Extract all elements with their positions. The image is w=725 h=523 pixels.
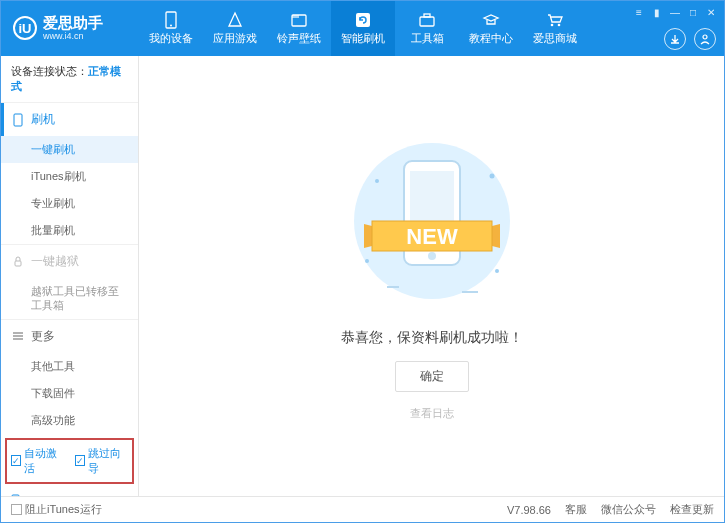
nav-label: 工具箱	[411, 31, 444, 46]
auto-activate-checkbox[interactable]: ✓ 自动激活	[11, 446, 65, 476]
sidebar-item-download[interactable]: 下载固件	[1, 380, 138, 407]
ok-button[interactable]: 确定	[395, 361, 469, 392]
footer-left: 阻止iTunes运行	[11, 502, 102, 517]
nav-label: 我的设备	[149, 31, 193, 46]
content-body: 设备连接状态：正常模式 刷机 一键刷机 iTunes刷机 专业刷机 批量刷机 一…	[1, 56, 724, 496]
device-info: iPhone 12 mini 64GB Down-12mini-13,1	[1, 488, 138, 496]
wechat-link[interactable]: 微信公众号	[601, 502, 656, 517]
app-window: iU 爱思助手 www.i4.cn 我的设备 应用游戏 铃声壁纸 智能刷机	[0, 0, 725, 523]
sidebar-flash-head[interactable]: 刷机	[1, 103, 138, 136]
close-icon[interactable]: ✕	[704, 5, 718, 19]
header-actions	[664, 28, 716, 50]
connection-status: 设备连接状态：正常模式	[1, 56, 138, 103]
nav-toolbox[interactable]: 工具箱	[395, 1, 459, 56]
nav-label: 教程中心	[469, 31, 513, 46]
section-title: 一键越狱	[31, 253, 79, 270]
check-update-link[interactable]: 检查更新	[670, 502, 714, 517]
lock-icon	[11, 256, 25, 268]
nav-label: 爱思商城	[533, 31, 577, 46]
nav-label: 应用游戏	[213, 31, 257, 46]
menu-icon[interactable]: ≡	[632, 5, 646, 19]
checkbox-checked-icon: ✓	[75, 455, 85, 466]
window-controls: ≡ ▮ — □ ✕	[632, 5, 718, 19]
more-icon	[11, 331, 25, 341]
svg-rect-26	[387, 286, 399, 288]
footer-right: V7.98.66 客服 微信公众号 检查更新	[507, 502, 714, 517]
svg-point-24	[365, 259, 369, 263]
view-log-link[interactable]: 查看日志	[410, 406, 454, 421]
sidebar-item-other[interactable]: 其他工具	[1, 353, 138, 380]
success-message: 恭喜您，保资料刷机成功啦！	[341, 329, 523, 347]
status-label: 设备连接状态：	[11, 65, 88, 77]
section-title: 刷机	[31, 111, 55, 128]
refresh-icon	[353, 11, 373, 29]
nav-tabs: 我的设备 应用游戏 铃声壁纸 智能刷机 工具箱 教程中心	[139, 1, 587, 56]
svg-point-1	[170, 25, 172, 27]
main-content: NEW 恭喜您，保资料刷机成功啦！ 确定 查看日志	[139, 56, 724, 496]
graduation-icon	[481, 11, 501, 29]
block-itunes-checkbox[interactable]: 阻止iTunes运行	[11, 502, 102, 517]
nav-label: 智能刷机	[341, 31, 385, 46]
footer: 阻止iTunes运行 V7.98.66 客服 微信公众号 检查更新	[1, 496, 724, 522]
svg-point-19	[428, 252, 436, 260]
toolbox-icon	[417, 11, 437, 29]
header: iU 爱思助手 www.i4.cn 我的设备 应用游戏 铃声壁纸 智能刷机	[1, 1, 724, 56]
checkbox-checked-icon: ✓	[11, 455, 21, 466]
logo-icon: iU	[13, 16, 37, 40]
nav-label: 铃声壁纸	[277, 31, 321, 46]
svg-rect-6	[424, 14, 430, 17]
sidebar-item-itunes[interactable]: iTunes刷机	[1, 163, 138, 190]
svg-rect-10	[14, 114, 22, 126]
sidebar-more-head[interactable]: 更多	[1, 320, 138, 353]
sidebar-jailbreak-section: 一键越狱 越狱工具已转移至工具箱	[1, 245, 138, 320]
section-title: 更多	[31, 328, 55, 345]
svg-point-23	[489, 174, 494, 179]
svg-rect-5	[420, 17, 434, 26]
maximize-icon[interactable]: □	[686, 5, 700, 19]
skip-guide-checkbox[interactable]: ✓ 跳过向导	[75, 446, 129, 476]
apps-icon	[225, 11, 245, 29]
nav-store[interactable]: 爱思商城	[523, 1, 587, 56]
svg-point-8	[558, 24, 561, 27]
sidebar: 设备连接状态：正常模式 刷机 一键刷机 iTunes刷机 专业刷机 批量刷机 一…	[1, 56, 139, 496]
app-title: 爱思助手	[43, 15, 103, 32]
app-subtitle: www.i4.cn	[43, 32, 103, 42]
logo: iU 爱思助手 www.i4.cn	[1, 15, 139, 41]
svg-point-22	[375, 179, 379, 183]
checkbox-unchecked-icon	[11, 504, 22, 515]
svg-rect-3	[292, 15, 299, 18]
nav-ringtones[interactable]: 铃声壁纸	[267, 1, 331, 56]
customer-service-link[interactable]: 客服	[565, 502, 587, 517]
folder-icon	[289, 11, 309, 29]
sidebar-item-pro[interactable]: 专业刷机	[1, 190, 138, 217]
sidebar-flash-section: 刷机 一键刷机 iTunes刷机 专业刷机 批量刷机	[1, 103, 138, 245]
nav-flash[interactable]: 智能刷机	[331, 1, 395, 56]
download-button[interactable]	[664, 28, 686, 50]
svg-point-25	[495, 269, 499, 273]
user-button[interactable]	[694, 28, 716, 50]
svg-point-9	[703, 35, 707, 39]
phone-icon	[161, 11, 181, 29]
cart-icon	[545, 11, 565, 29]
svg-point-7	[551, 24, 554, 27]
nav-apps[interactable]: 应用游戏	[203, 1, 267, 56]
version-label: V7.98.66	[507, 504, 551, 516]
sidebar-options-highlight: ✓ 自动激活 ✓ 跳过向导	[5, 438, 134, 484]
sidebar-item-batch[interactable]: 批量刷机	[1, 217, 138, 244]
banner-text: NEW	[406, 224, 458, 249]
footer-check-label: 阻止iTunes运行	[25, 502, 102, 517]
nav-my-device[interactable]: 我的设备	[139, 1, 203, 56]
sidebar-item-oneclick[interactable]: 一键刷机	[1, 136, 138, 163]
svg-rect-11	[15, 261, 21, 266]
sidebar-more-section: 更多 其他工具 下载固件 高级功能	[1, 320, 138, 434]
jailbreak-note: 越狱工具已转移至工具箱	[1, 278, 138, 319]
phone-small-icon	[11, 113, 25, 127]
check-label: 跳过向导	[88, 446, 128, 476]
sidebar-item-advanced[interactable]: 高级功能	[1, 407, 138, 434]
bookmark-icon[interactable]: ▮	[650, 5, 664, 19]
sidebar-jailbreak-head[interactable]: 一键越狱	[1, 245, 138, 278]
success-illustration: NEW	[332, 131, 532, 311]
check-label: 自动激活	[24, 446, 64, 476]
nav-tutorials[interactable]: 教程中心	[459, 1, 523, 56]
minimize-icon[interactable]: —	[668, 5, 682, 19]
